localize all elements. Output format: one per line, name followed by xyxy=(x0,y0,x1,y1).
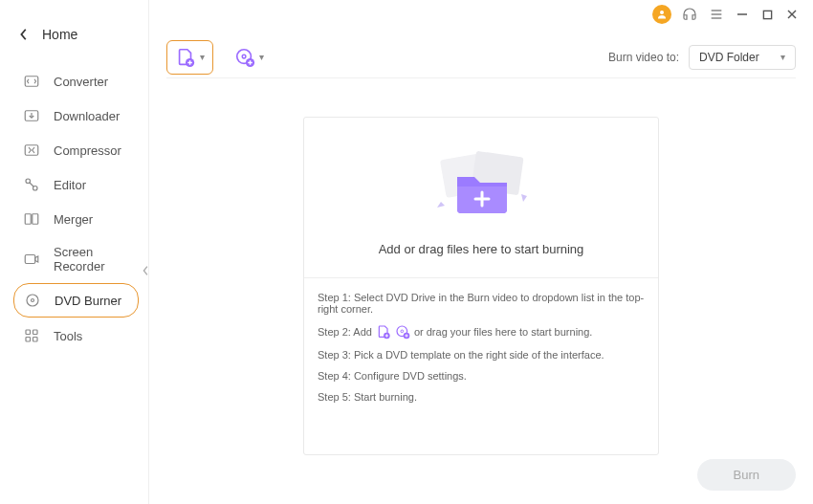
maximize-icon xyxy=(762,10,773,20)
svg-marker-37 xyxy=(437,202,445,208)
nav-label: Merger xyxy=(54,212,93,227)
sidebar-item-merger[interactable]: Merger xyxy=(13,203,139,235)
menu-button[interactable] xyxy=(708,6,725,23)
svg-rect-17 xyxy=(25,255,35,264)
svg-rect-22 xyxy=(33,330,38,335)
tools-icon xyxy=(23,327,40,344)
file-plus-icon xyxy=(376,324,391,340)
chevron-down-icon: ▾ xyxy=(780,52,785,62)
dropzone-text: Add or drag files here to start burning xyxy=(314,242,648,256)
disc-plus-icon xyxy=(234,47,255,68)
user-avatar[interactable] xyxy=(652,5,671,24)
burn-target-label: Burn video to: xyxy=(608,51,679,64)
svg-marker-38 xyxy=(521,194,527,202)
nav-label: Downloader xyxy=(54,109,120,123)
sidebar: Home Converter Downloader Compressor Edi… xyxy=(0,0,149,504)
sidebar-item-tools[interactable]: Tools xyxy=(13,319,139,352)
nav-label: Editor xyxy=(54,178,86,192)
close-button[interactable] xyxy=(784,7,800,22)
hamburger-icon xyxy=(709,7,724,22)
sidebar-header: Home xyxy=(0,27,148,59)
svg-rect-5 xyxy=(763,11,771,18)
nav-label: Screen Recorder xyxy=(54,245,129,274)
dropzone[interactable]: Add or drag files here to start burning xyxy=(304,118,658,278)
svg-rect-24 xyxy=(33,338,38,342)
svg-rect-23 xyxy=(26,338,31,342)
step-4: Step 4: Configure DVD settings. xyxy=(318,370,645,382)
step-5: Step 5: Start burning. xyxy=(318,391,645,403)
nav-list: Converter Downloader Compressor Editor M… xyxy=(0,59,148,352)
select-value: DVD Folder xyxy=(699,51,759,64)
instruction-card: Add or drag files here to start burning … xyxy=(303,117,659,455)
editor-icon xyxy=(23,176,40,193)
add-file-button[interactable]: ▾ xyxy=(166,40,213,75)
nav-label: DVD Burner xyxy=(55,294,121,308)
sidebar-item-screen-recorder[interactable]: Screen Recorder xyxy=(13,237,139,281)
minimize-button[interactable] xyxy=(735,7,750,22)
burn-button[interactable]: Burn xyxy=(697,459,796,491)
toolbar: ▾ ▾ Burn video to: DVD Folder ▾ xyxy=(166,36,796,78)
back-button[interactable] xyxy=(19,28,29,41)
svg-point-19 xyxy=(27,295,38,306)
sidebar-title: Home xyxy=(42,27,77,42)
footer: Burn xyxy=(166,455,796,491)
dropzone-illustration xyxy=(314,144,648,221)
nav-label: Tools xyxy=(54,329,82,343)
sidebar-item-editor[interactable]: Editor xyxy=(13,168,139,201)
compressor-icon xyxy=(23,142,40,159)
nav-label: Converter xyxy=(54,75,108,89)
svg-point-29 xyxy=(242,55,246,58)
svg-point-43 xyxy=(401,330,404,333)
svg-line-14 xyxy=(30,183,34,187)
burn-target-select[interactable]: DVD Folder ▾ xyxy=(689,45,796,70)
sidebar-item-compressor[interactable]: Compressor xyxy=(13,134,139,166)
svg-point-0 xyxy=(660,11,664,14)
dvd-burner-icon xyxy=(24,292,41,309)
chevron-down-icon: ▾ xyxy=(200,52,205,62)
chevron-left-icon xyxy=(19,28,29,41)
step-2: Step 2: Add or drag your files here to s… xyxy=(318,324,645,340)
downloader-icon xyxy=(23,107,40,124)
svg-rect-21 xyxy=(26,330,31,335)
disc-plus-icon xyxy=(395,324,410,340)
maximize-button[interactable] xyxy=(759,7,775,22)
headset-icon xyxy=(681,6,698,23)
svg-marker-18 xyxy=(35,256,38,262)
person-icon xyxy=(656,9,668,20)
screen-recorder-icon xyxy=(23,251,40,268)
sidebar-item-dvd-burner[interactable]: DVD Burner xyxy=(13,283,139,318)
merger-icon xyxy=(23,210,40,228)
minimize-icon xyxy=(736,9,748,20)
add-disc-button[interactable]: ▾ xyxy=(227,41,272,74)
support-button[interactable] xyxy=(681,6,698,23)
step-3: Step 3: Pick a DVD template on the right… xyxy=(318,349,645,361)
steps-panel: Step 1: Select DVD Drive in the Burn vid… xyxy=(304,278,658,427)
sidebar-item-converter[interactable]: Converter xyxy=(13,65,139,98)
svg-point-20 xyxy=(32,299,34,302)
step-1: Step 1: Select DVD Drive in the Burn vid… xyxy=(318,292,645,315)
close-icon xyxy=(786,9,798,20)
titlebar xyxy=(652,0,813,29)
sidebar-item-downloader[interactable]: Downloader xyxy=(13,99,139,132)
content: Add or drag files here to start burning … xyxy=(166,78,796,455)
converter-icon xyxy=(23,73,40,90)
main: ▾ ▾ Burn video to: DVD Folder ▾ xyxy=(149,29,813,504)
svg-rect-15 xyxy=(25,214,31,225)
chevron-down-icon: ▾ xyxy=(259,52,264,62)
toolbar-right: Burn video to: DVD Folder ▾ xyxy=(608,45,796,70)
file-plus-icon xyxy=(175,47,196,68)
nav-label: Compressor xyxy=(54,143,121,158)
svg-rect-16 xyxy=(33,214,38,225)
